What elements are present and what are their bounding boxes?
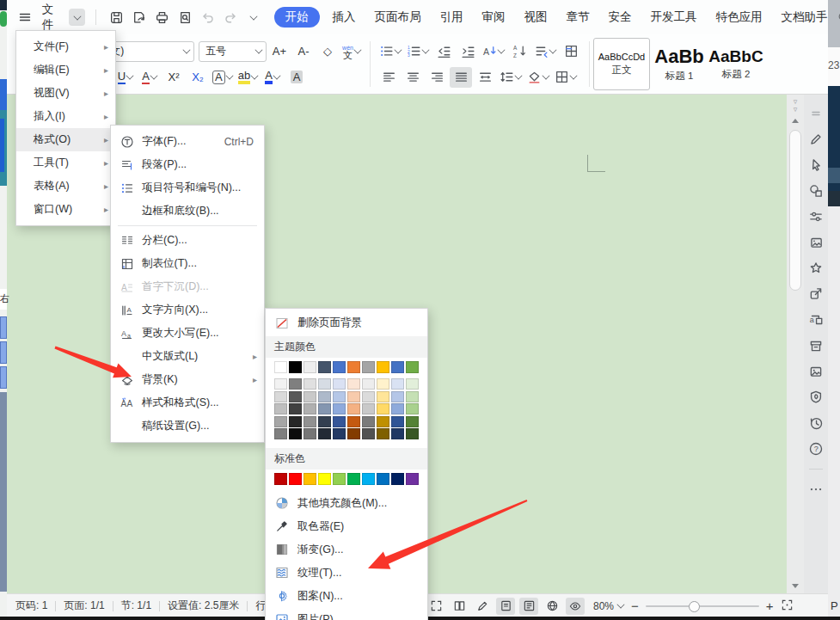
zoom-level-select[interactable]: 80% bbox=[593, 600, 624, 612]
ribbon-bullets-button[interactable] bbox=[377, 41, 403, 62]
submenu-item[interactable]: AA样式和格式(S)... bbox=[111, 391, 264, 414]
menu-item[interactable]: 编辑(E)▸ bbox=[16, 58, 115, 82]
menu-item[interactable]: 工具(T)▸ bbox=[16, 151, 115, 175]
color-swatch[interactable] bbox=[274, 403, 287, 414]
superscript-button[interactable]: X² bbox=[162, 67, 185, 88]
menu-item[interactable]: 文件(F)▸ bbox=[16, 35, 115, 58]
undo-button[interactable] bbox=[199, 7, 218, 28]
ribbon-paraset-button[interactable] bbox=[532, 41, 558, 62]
menubar-tab[interactable]: 开发工具 bbox=[641, 0, 707, 34]
submenu-item[interactable]: 渐变(G)... bbox=[266, 538, 427, 562]
color-swatch[interactable] bbox=[304, 378, 316, 390]
shrink-font-button[interactable]: A- bbox=[292, 41, 315, 62]
redo-button[interactable] bbox=[221, 7, 241, 28]
submenu-item[interactable]: Aa更改大小写(E)... bbox=[111, 322, 264, 345]
menubar-tab[interactable]: 特色应用 bbox=[707, 0, 772, 34]
scroll-down-icon[interactable] bbox=[792, 584, 799, 588]
color-swatch[interactable] bbox=[377, 391, 389, 402]
color-swatch[interactable] bbox=[406, 416, 419, 427]
help-icon[interactable]: ? bbox=[806, 436, 826, 462]
ribbon-sort-button[interactable]: AZ bbox=[508, 41, 530, 62]
status-segment[interactable]: 设置值: 2.5厘米 bbox=[168, 599, 239, 613]
color-swatch[interactable] bbox=[304, 391, 316, 402]
color-swatch[interactable] bbox=[347, 473, 360, 485]
zoom-slider[interactable] bbox=[646, 605, 759, 607]
menu-item[interactable]: 插入(I)▸ bbox=[16, 105, 115, 128]
clear-format-button[interactable]: ◇ bbox=[316, 41, 339, 62]
style-card[interactable]: AaBbC标题 2 bbox=[708, 38, 763, 90]
submenu-item[interactable]: 取色器(E) bbox=[266, 515, 427, 538]
ribbon-atool-button[interactable]: A bbox=[481, 41, 506, 62]
color-swatch[interactable] bbox=[391, 428, 404, 439]
color-swatch[interactable] bbox=[391, 361, 404, 373]
color-swatch[interactable] bbox=[274, 378, 287, 390]
color-swatch[interactable] bbox=[304, 361, 316, 373]
ribbon-numbering-button[interactable]: 123 bbox=[405, 41, 431, 62]
color-swatch[interactable] bbox=[362, 416, 375, 427]
submenu-item[interactable]: 项目符号和编号(N)... bbox=[111, 176, 264, 200]
menubar-tab[interactable]: 开始 bbox=[274, 7, 320, 28]
color-swatch[interactable] bbox=[362, 428, 375, 439]
status-segment[interactable]: 页面: 1/1 bbox=[64, 599, 104, 613]
color-swatch[interactable] bbox=[406, 403, 419, 414]
color-swatch[interactable] bbox=[304, 473, 316, 485]
menubar-tab[interactable]: 页面布局 bbox=[365, 0, 431, 34]
color-swatch[interactable] bbox=[406, 428, 419, 439]
color-swatch[interactable] bbox=[304, 416, 316, 427]
color-swatch[interactable] bbox=[406, 473, 419, 485]
color-swatch[interactable] bbox=[333, 428, 346, 439]
color-swatch[interactable] bbox=[274, 361, 287, 373]
adjust-icon[interactable] bbox=[806, 204, 826, 230]
color-swatch[interactable] bbox=[406, 361, 419, 373]
leaf-badge-icon[interactable] bbox=[806, 384, 826, 410]
submenu-item[interactable]: 段落(P)... bbox=[111, 153, 264, 176]
submenu-item[interactable]: 稿纸设置(G)... bbox=[111, 414, 264, 438]
color-swatch[interactable] bbox=[333, 361, 346, 373]
menubar-tab[interactable]: 文档助手 bbox=[772, 0, 837, 34]
menubar-tab[interactable]: 审阅 bbox=[473, 0, 515, 34]
history-icon[interactable] bbox=[806, 410, 826, 436]
export-pdf-button[interactable] bbox=[130, 7, 150, 28]
color-swatch[interactable] bbox=[289, 403, 302, 414]
color-swatch[interactable] bbox=[318, 361, 331, 373]
char-shading-button[interactable]: A bbox=[285, 67, 308, 88]
ruler-toggle-icon[interactable]: ▿▿ bbox=[794, 98, 798, 114]
fullscreen-view-icon[interactable] bbox=[426, 598, 445, 615]
status-segment[interactable]: 页码: 1 bbox=[15, 599, 47, 613]
color-swatch[interactable] bbox=[318, 403, 331, 414]
ink-pen-icon[interactable] bbox=[473, 598, 492, 615]
save-button[interactable] bbox=[107, 7, 126, 28]
color-swatch[interactable] bbox=[289, 473, 302, 485]
color-swatch[interactable] bbox=[347, 361, 360, 373]
highlight-button[interactable]: ab bbox=[236, 67, 260, 88]
submenu-item[interactable]: 图片(P)... bbox=[266, 608, 427, 620]
quick-access-caret-icon[interactable] bbox=[244, 7, 264, 28]
color-swatch[interactable] bbox=[304, 428, 316, 439]
picture-icon[interactable] bbox=[806, 359, 826, 384]
scroll-up-icon[interactable] bbox=[792, 119, 799, 123]
drag-handle-icon[interactable] bbox=[806, 101, 826, 126]
eye-protect-icon[interactable] bbox=[566, 598, 585, 615]
color-swatch[interactable] bbox=[391, 403, 404, 414]
color-swatch[interactable] bbox=[347, 391, 360, 402]
color-swatch[interactable] bbox=[304, 403, 316, 414]
color-swatch[interactable] bbox=[274, 473, 287, 485]
scrollbar-thumb[interactable] bbox=[789, 130, 801, 291]
ribbon-ls-button[interactable] bbox=[498, 67, 524, 88]
color-swatch[interactable] bbox=[391, 378, 404, 390]
status-segment[interactable]: 节: 1/1 bbox=[121, 599, 151, 613]
ribbon-borders-button[interactable] bbox=[553, 67, 579, 88]
outline-view-icon[interactable] bbox=[519, 598, 538, 615]
page-view-icon[interactable] bbox=[496, 598, 515, 615]
color-swatch[interactable] bbox=[362, 378, 375, 390]
menu-item[interactable]: 窗口(W)▸ bbox=[16, 198, 115, 221]
color-swatch[interactable] bbox=[289, 416, 302, 427]
ribbon-ar-button[interactable] bbox=[426, 67, 448, 88]
color-swatch[interactable] bbox=[318, 416, 331, 427]
share-icon[interactable] bbox=[806, 281, 826, 307]
color-swatch[interactable] bbox=[289, 361, 302, 373]
menu-item[interactable]: 表格(A)▸ bbox=[16, 175, 115, 198]
menu-item[interactable]: 视图(V)▸ bbox=[16, 82, 115, 105]
submenu-item[interactable]: A文字方向(X)... bbox=[111, 298, 264, 322]
text-effects-button[interactable]: A bbox=[211, 67, 235, 88]
